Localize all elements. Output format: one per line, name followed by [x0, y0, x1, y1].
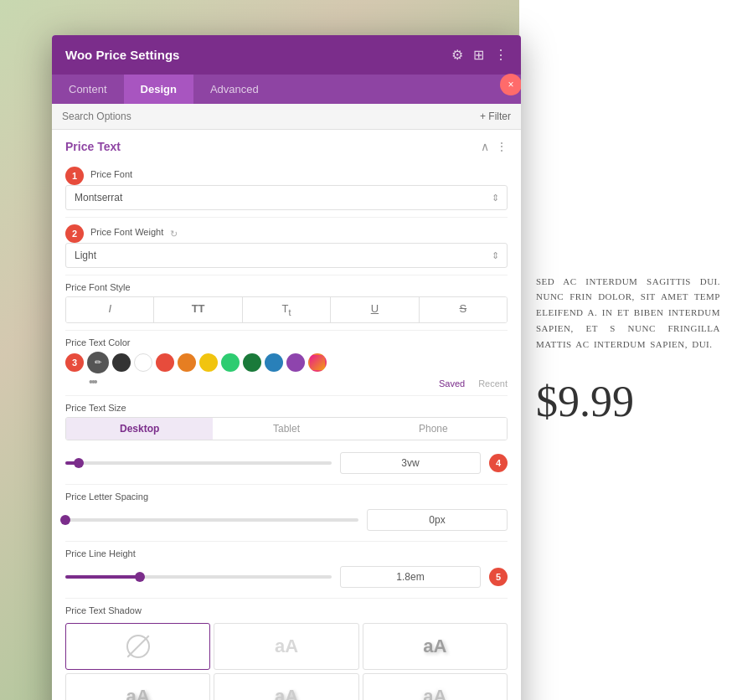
price-text-shadow-label: Price Text Shadow [65, 605, 508, 615]
price-text-shadow-row: Price Text Shadow aA aA aA [52, 599, 521, 700]
shadow-bottom-1-preview: aA [126, 686, 150, 700]
section-controls: ∧ ⋮ [481, 140, 508, 153]
price-letter-spacing-row: Price Letter Spacing [52, 485, 521, 541]
shadow-medium-option[interactable]: aA [363, 623, 508, 670]
price-font-row: 1 Price Font Montserrat Open Sans Lato R… [52, 160, 521, 217]
badge-2: 2 [65, 224, 84, 243]
content-area: Price Text ∧ ⋮ 1 Price Font Montserrat O… [52, 130, 521, 700]
price-font-weight-row: 2 Price Font Weight ↻ Light Normal Bold [52, 218, 521, 275]
color-dark-green[interactable] [243, 353, 261, 372]
text-size-input[interactable] [340, 452, 481, 474]
color-row: 3 ✏ [65, 352, 508, 373]
color-white[interactable] [134, 353, 152, 372]
price-font-style-label: Price Font Style [65, 282, 508, 292]
price-line-height-row: Price Line Height 5 [52, 542, 521, 598]
color-black[interactable] [112, 353, 131, 372]
text-size-slider-row: 4 [65, 449, 508, 477]
color-tab-recent[interactable]: Recent [478, 378, 508, 389]
color-blue[interactable] [265, 353, 283, 372]
price-font-select[interactable]: Montserrat Open Sans Lato Roboto [65, 185, 508, 210]
underline-btn[interactable]: U [331, 297, 419, 322]
modal-close-button[interactable]: × [500, 74, 521, 95]
color-picker-button[interactable]: ✏ [87, 352, 109, 373]
letter-spacing-slider-container [65, 518, 358, 522]
line-height-slider-thumb[interactable] [135, 572, 145, 582]
size-tab-desktop[interactable]: Desktop [66, 418, 213, 440]
shadow-bottom-3-option[interactable]: aA [363, 673, 508, 700]
price-font-label: Price Font [90, 169, 132, 179]
tabs: Content Design Advanced [52, 75, 521, 104]
layout-icon[interactable]: ⊞ [473, 47, 484, 63]
section-header: Price Text ∧ ⋮ [52, 130, 521, 160]
letter-spacing-slider-thumb[interactable] [60, 515, 70, 525]
more-icon[interactable]: ⋮ [494, 47, 508, 63]
color-more-button[interactable]: ••• [89, 375, 96, 389]
eyedropper-icon: ✏ [95, 358, 101, 367]
shadow-grid: aA aA aA aA aA [65, 620, 508, 700]
text-size-slider[interactable] [65, 461, 332, 465]
color-yellow[interactable] [199, 353, 218, 372]
text-size-slider-thumb[interactable] [74, 458, 84, 468]
price-font-weight-select[interactable]: Light Normal Bold [65, 243, 508, 268]
strikethrough-btn[interactable]: S [420, 297, 507, 322]
line-height-slider-fill [65, 575, 140, 579]
filter-button[interactable]: + Filter [480, 111, 511, 122]
price-letter-spacing-label: Price Letter Spacing [65, 492, 508, 502]
line-height-input[interactable] [340, 566, 481, 588]
size-tab-tablet[interactable]: Tablet [213, 418, 359, 440]
shadow-subtle-option[interactable]: aA [214, 623, 358, 670]
badge-5: 5 [489, 568, 508, 586]
modal-title: Woo Price Settings [65, 48, 179, 62]
font-weight-reset-icon[interactable]: ↻ [170, 229, 178, 239]
tab-content[interactable]: Content [52, 75, 124, 104]
color-purple[interactable] [286, 353, 305, 372]
shadow-medium-preview: aA [423, 636, 446, 657]
header-icons: ⚙ ⊞ ⋮ [451, 47, 508, 63]
shadow-none-option[interactable] [65, 623, 210, 670]
uppercase-btn[interactable]: TT [154, 297, 242, 322]
size-tab-phone[interactable]: Phone [360, 418, 507, 440]
size-tabs: Desktop Tablet Phone [65, 417, 508, 440]
modal-header: Woo Price Settings ⚙ ⊞ ⋮ [52, 35, 521, 75]
section-menu-icon[interactable]: ⋮ [496, 140, 508, 153]
settings-icon[interactable]: ⚙ [451, 47, 463, 63]
color-pencil[interactable] [308, 353, 327, 372]
letter-spacing-slider-row [65, 506, 508, 534]
price-font-weight-label: Price Font Weight [90, 227, 163, 237]
shadow-subtle-preview: aA [275, 636, 298, 657]
search-bar: + Filter [52, 104, 521, 130]
color-orange[interactable] [178, 353, 196, 372]
tabs-container: Content Design Advanced × [52, 75, 521, 104]
color-green[interactable] [221, 353, 240, 372]
color-red[interactable] [156, 353, 174, 372]
shadow-bottom-2-preview: aA [275, 686, 298, 700]
preview-text: SED AC INTERDUM SAGITTIS DUI. NUNC FRIN … [536, 274, 720, 352]
price-font-weight-select-wrapper: Light Normal Bold [65, 243, 508, 268]
shadow-bottom-1-option[interactable]: aA [65, 673, 210, 700]
letter-spacing-slider[interactable] [65, 518, 358, 522]
line-height-slider[interactable] [65, 575, 332, 579]
price-font-style-row: Price Font Style I TT Tt U S [52, 275, 521, 330]
preview-panel: SED AC INTERDUM SAGITTIS DUI. NUNC FRIN … [519, 0, 737, 700]
capitalize-btn[interactable]: Tt [243, 297, 331, 322]
preview-price: $9.99 [536, 377, 634, 426]
price-text-color-label: Price Text Color [65, 337, 508, 347]
badge-3: 3 [65, 353, 84, 372]
italic-btn[interactable]: I [66, 297, 154, 322]
price-text-color-row: Price Text Color 3 ✏ ••• S [52, 331, 521, 395]
price-font-weight-label-row: 2 Price Font Weight ↻ [65, 224, 508, 243]
color-tab-saved[interactable]: Saved [439, 378, 465, 389]
letter-spacing-input[interactable] [367, 509, 508, 531]
tab-design[interactable]: Design [124, 75, 193, 104]
price-font-label-row: 1 Price Font [65, 167, 508, 185]
price-text-size-label: Price Text Size [65, 403, 508, 413]
section-collapse-icon[interactable]: ∧ [481, 140, 489, 153]
shadow-bottom-2-option[interactable]: aA [214, 673, 358, 700]
font-style-buttons: I TT Tt U S [65, 296, 508, 323]
line-height-slider-container [65, 575, 332, 579]
tab-advanced[interactable]: Advanced [193, 75, 276, 104]
shadow-none-icon [126, 635, 150, 658]
line-height-slider-row: 5 [65, 563, 508, 591]
search-input[interactable] [62, 111, 480, 122]
section-title: Price Text [65, 140, 121, 153]
